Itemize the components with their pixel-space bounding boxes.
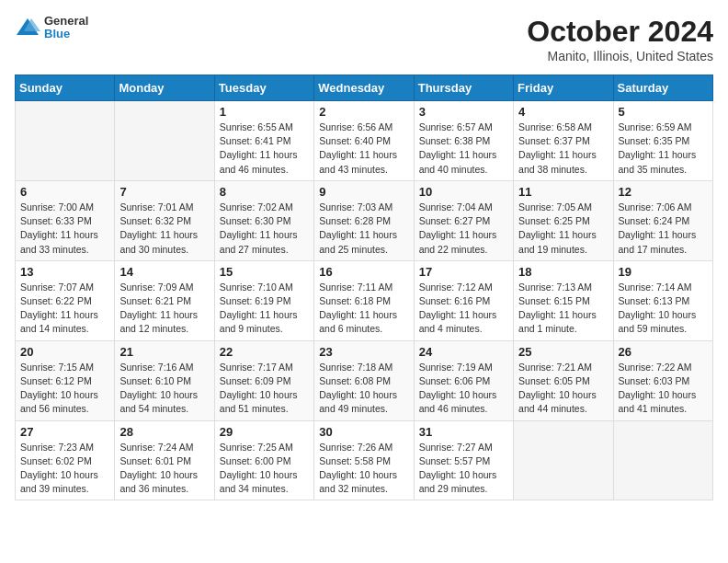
weekday-header-row: SundayMondayTuesdayWednesdayThursdayFrid… (16, 75, 713, 101)
calendar-cell: 26Sunrise: 7:22 AMSunset: 6:03 PMDayligh… (613, 340, 712, 420)
day-info: Sunrise: 7:23 AMSunset: 6:02 PMDaylight:… (20, 441, 109, 497)
day-number: 7 (119, 185, 209, 199)
calendar-cell: 16Sunrise: 7:11 AMSunset: 6:18 PMDayligh… (314, 260, 414, 340)
day-number: 16 (319, 265, 408, 279)
calendar-cell: 9Sunrise: 7:03 AMSunset: 6:28 PMDaylight… (314, 180, 414, 260)
calendar-cell (16, 101, 115, 181)
day-number: 1 (220, 105, 309, 119)
day-number: 14 (119, 265, 209, 279)
day-number: 10 (419, 185, 508, 199)
calendar-cell: 18Sunrise: 7:13 AMSunset: 6:15 PMDayligh… (514, 260, 613, 340)
calendar-cell: 7Sunrise: 7:01 AMSunset: 6:32 PMDaylight… (115, 180, 214, 260)
day-info: Sunrise: 7:04 AMSunset: 6:27 PMDaylight:… (419, 201, 508, 257)
day-number: 15 (220, 265, 309, 279)
day-info: Sunrise: 6:56 AMSunset: 6:40 PMDaylight:… (319, 121, 408, 177)
calendar-cell: 30Sunrise: 7:26 AMSunset: 5:58 PMDayligh… (314, 420, 414, 500)
day-info: Sunrise: 7:19 AMSunset: 6:06 PMDaylight:… (419, 361, 508, 417)
day-number: 22 (220, 345, 309, 359)
calendar-cell: 29Sunrise: 7:25 AMSunset: 6:00 PMDayligh… (214, 420, 313, 500)
day-number: 23 (319, 345, 408, 359)
calendar-cell: 8Sunrise: 7:02 AMSunset: 6:30 PMDaylight… (214, 180, 313, 260)
day-info: Sunrise: 7:17 AMSunset: 6:09 PMDaylight:… (220, 361, 309, 417)
calendar-week-row: 6Sunrise: 7:00 AMSunset: 6:33 PMDaylight… (16, 180, 713, 260)
calendar-cell: 22Sunrise: 7:17 AMSunset: 6:09 PMDayligh… (214, 340, 313, 420)
day-number: 27 (20, 425, 109, 439)
logo-blue: Blue (44, 28, 88, 40)
calendar-cell: 10Sunrise: 7:04 AMSunset: 6:27 PMDayligh… (414, 180, 513, 260)
weekday-header: Wednesday (314, 75, 414, 101)
calendar-cell: 11Sunrise: 7:05 AMSunset: 6:25 PMDayligh… (514, 180, 613, 260)
day-number: 13 (20, 265, 109, 279)
day-info: Sunrise: 7:10 AMSunset: 6:19 PMDaylight:… (220, 281, 309, 337)
calendar-cell: 14Sunrise: 7:09 AMSunset: 6:21 PMDayligh… (115, 260, 214, 340)
day-info: Sunrise: 7:18 AMSunset: 6:08 PMDaylight:… (319, 361, 408, 417)
calendar-cell: 24Sunrise: 7:19 AMSunset: 6:06 PMDayligh… (414, 340, 513, 420)
day-number: 25 (518, 345, 608, 359)
calendar-cell: 17Sunrise: 7:12 AMSunset: 6:16 PMDayligh… (414, 260, 513, 340)
day-info: Sunrise: 7:02 AMSunset: 6:30 PMDaylight:… (220, 201, 309, 257)
day-info: Sunrise: 7:11 AMSunset: 6:18 PMDaylight:… (319, 281, 408, 337)
day-info: Sunrise: 7:14 AMSunset: 6:13 PMDaylight:… (619, 281, 708, 337)
day-info: Sunrise: 7:03 AMSunset: 6:28 PMDaylight:… (319, 201, 408, 257)
day-info: Sunrise: 7:00 AMSunset: 6:33 PMDaylight:… (20, 201, 109, 257)
logo-icon (15, 15, 40, 40)
day-info: Sunrise: 7:01 AMSunset: 6:32 PMDaylight:… (119, 201, 209, 257)
day-info: Sunrise: 7:05 AMSunset: 6:25 PMDaylight:… (518, 201, 608, 257)
calendar-cell: 31Sunrise: 7:27 AMSunset: 5:57 PMDayligh… (414, 420, 513, 500)
calendar-cell: 4Sunrise: 6:58 AMSunset: 6:37 PMDaylight… (514, 101, 613, 181)
day-info: Sunrise: 7:24 AMSunset: 6:01 PMDaylight:… (119, 441, 209, 497)
day-number: 12 (619, 185, 708, 199)
weekday-header: Friday (514, 75, 613, 101)
calendar-cell: 1Sunrise: 6:55 AMSunset: 6:41 PMDaylight… (214, 101, 313, 181)
calendar-cell: 20Sunrise: 7:15 AMSunset: 6:12 PMDayligh… (16, 340, 115, 420)
day-info: Sunrise: 7:22 AMSunset: 6:03 PMDaylight:… (619, 361, 708, 417)
day-info: Sunrise: 6:58 AMSunset: 6:37 PMDaylight:… (518, 121, 608, 177)
calendar-cell: 21Sunrise: 7:16 AMSunset: 6:10 PMDayligh… (115, 340, 214, 420)
calendar-cell: 27Sunrise: 7:23 AMSunset: 6:02 PMDayligh… (16, 420, 115, 500)
day-info: Sunrise: 7:13 AMSunset: 6:15 PMDaylight:… (518, 281, 608, 337)
calendar-cell: 25Sunrise: 7:21 AMSunset: 6:05 PMDayligh… (514, 340, 613, 420)
day-info: Sunrise: 7:07 AMSunset: 6:22 PMDaylight:… (20, 281, 109, 337)
calendar-cell: 28Sunrise: 7:24 AMSunset: 6:01 PMDayligh… (115, 420, 214, 500)
day-number: 6 (20, 185, 109, 199)
title-block: October 2024 Manito, Illinois, United St… (527, 15, 713, 63)
day-info: Sunrise: 7:16 AMSunset: 6:10 PMDaylight:… (119, 361, 209, 417)
calendar-week-row: 27Sunrise: 7:23 AMSunset: 6:02 PMDayligh… (16, 420, 713, 500)
weekday-header: Thursday (414, 75, 513, 101)
day-info: Sunrise: 6:59 AMSunset: 6:35 PMDaylight:… (619, 121, 708, 177)
location: Manito, Illinois, United States (527, 49, 713, 63)
day-info: Sunrise: 7:26 AMSunset: 5:58 PMDaylight:… (319, 441, 408, 497)
weekday-header: Saturday (613, 75, 712, 101)
day-number: 3 (419, 105, 508, 119)
day-number: 30 (319, 425, 408, 439)
day-number: 5 (619, 105, 708, 119)
calendar-cell: 15Sunrise: 7:10 AMSunset: 6:19 PMDayligh… (214, 260, 313, 340)
day-info: Sunrise: 6:57 AMSunset: 6:38 PMDaylight:… (419, 121, 508, 177)
weekday-header: Monday (115, 75, 214, 101)
logo-general: General (44, 15, 88, 28)
day-info: Sunrise: 7:21 AMSunset: 6:05 PMDaylight:… (518, 361, 608, 417)
day-info: Sunrise: 7:09 AMSunset: 6:21 PMDaylight:… (119, 281, 209, 337)
day-number: 11 (518, 185, 608, 199)
day-info: Sunrise: 6:55 AMSunset: 6:41 PMDaylight:… (220, 121, 309, 177)
calendar-cell: 6Sunrise: 7:00 AMSunset: 6:33 PMDaylight… (16, 180, 115, 260)
calendar-cell: 5Sunrise: 6:59 AMSunset: 6:35 PMDaylight… (613, 101, 712, 181)
calendar-cell (115, 101, 214, 181)
day-info: Sunrise: 7:06 AMSunset: 6:24 PMDaylight:… (619, 201, 708, 257)
month-title: October 2024 (527, 15, 713, 49)
weekday-header: Tuesday (214, 75, 313, 101)
day-info: Sunrise: 7:12 AMSunset: 6:16 PMDaylight:… (419, 281, 508, 337)
day-number: 18 (518, 265, 608, 279)
day-info: Sunrise: 7:15 AMSunset: 6:12 PMDaylight:… (20, 361, 109, 417)
page-header: General Blue October 2024 Manito, Illino… (15, 15, 713, 63)
weekday-header: Sunday (16, 75, 115, 101)
calendar-week-row: 1Sunrise: 6:55 AMSunset: 6:41 PMDaylight… (16, 101, 713, 181)
day-number: 31 (419, 425, 508, 439)
day-number: 8 (220, 185, 309, 199)
calendar-week-row: 20Sunrise: 7:15 AMSunset: 6:12 PMDayligh… (16, 340, 713, 420)
calendar-cell (514, 420, 613, 500)
calendar-cell: 3Sunrise: 6:57 AMSunset: 6:38 PMDaylight… (414, 101, 513, 181)
calendar-cell: 23Sunrise: 7:18 AMSunset: 6:08 PMDayligh… (314, 340, 414, 420)
day-number: 20 (20, 345, 109, 359)
day-number: 24 (419, 345, 508, 359)
